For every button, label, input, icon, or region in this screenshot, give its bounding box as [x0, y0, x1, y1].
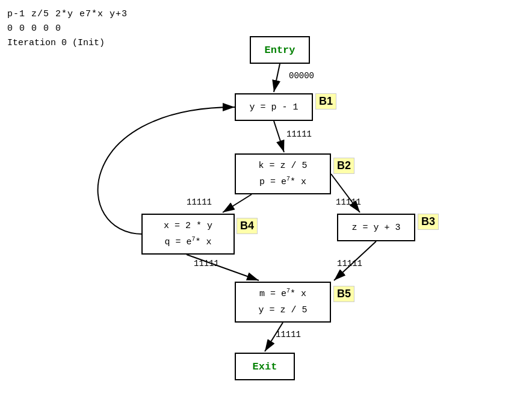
entry-label: Entry — [264, 45, 295, 56]
label-b1: B1 — [315, 93, 336, 110]
b4-line1: x = 2 * y — [164, 218, 212, 234]
b5-line2: y = z / 5 — [258, 302, 307, 318]
label-b4: B4 — [237, 218, 258, 234]
exit-label: Exit — [253, 361, 277, 372]
bit-b4-b5: 11111 — [194, 259, 219, 268]
node-b1: y = p - 1 — [235, 93, 313, 121]
line2: 0 0 0 0 0 — [7, 22, 128, 36]
node-exit: Exit — [235, 353, 295, 380]
label-b5: B5 — [333, 286, 354, 302]
bit-b3-b5: 11111 — [337, 259, 362, 268]
bit-b2-b3: 11111 — [336, 197, 361, 207]
node-b4: x = 2 * y q = e7* x — [141, 214, 235, 255]
node-b5: m = e7* x y = z / 5 — [235, 282, 331, 323]
b4-line2b: * x — [196, 237, 212, 247]
svg-line-2 — [274, 121, 284, 152]
bit-b2-b4: 11111 — [187, 197, 212, 207]
b5-line1: m = e7* x — [258, 286, 307, 302]
b2-line2b: * x — [290, 177, 306, 187]
b2-line1: k = z / 5 — [258, 158, 307, 174]
svg-line-1 — [274, 64, 280, 92]
label-b3: B3 — [418, 214, 439, 230]
b3-content: z = y + 3 — [351, 223, 400, 233]
node-b3: z = y + 3 — [337, 214, 415, 241]
svg-line-4 — [223, 194, 252, 212]
top-info: p-1 z/5 2*y e7*x y+3 0 0 0 0 0 Iteration… — [7, 7, 128, 51]
b4-line2: q = e7* x — [164, 234, 212, 250]
node-b2: k = z / 5 p = e7* x — [235, 153, 331, 194]
b1-content: y = p - 1 — [249, 102, 298, 113]
line3: Iteration 0 (Init) — [7, 36, 128, 51]
label-b2: B2 — [333, 158, 354, 174]
bit-b5-exit: 11111 — [276, 330, 301, 339]
node-entry: Entry — [250, 36, 310, 64]
b2-line2: p = e7* x — [258, 174, 307, 190]
bit-b1-b2: 11111 — [286, 129, 312, 139]
b5-line1b: * x — [290, 289, 306, 299]
bit-entry-b1: 00000 — [289, 71, 314, 81]
line1: p-1 z/5 2*y e7*x y+3 — [7, 7, 128, 22]
